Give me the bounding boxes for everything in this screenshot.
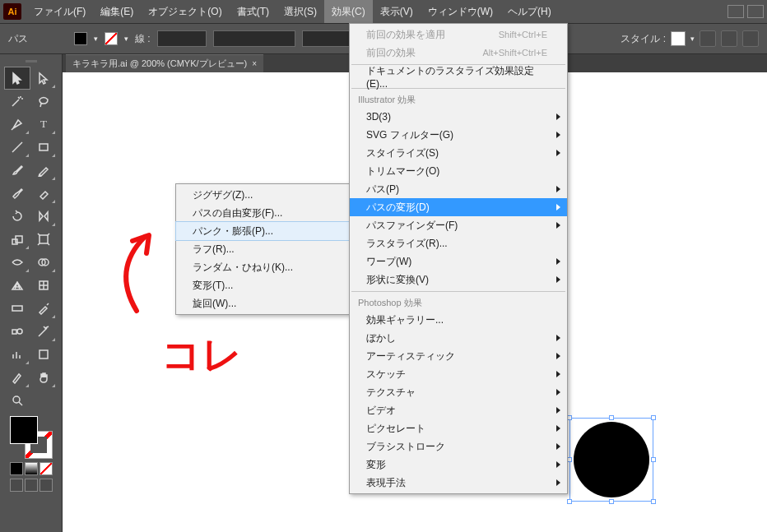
menu-window[interactable]: ウィンドウ(W) [421, 0, 500, 23]
submenu-zigzag[interactable]: ジグザグ(Z)... [176, 186, 349, 204]
menu-type[interactable]: 書式(T) [230, 0, 277, 23]
titlebar-button-b[interactable] [747, 5, 764, 18]
transform-button[interactable] [742, 30, 759, 47]
slice-tool[interactable] [5, 367, 30, 388]
menu-file[interactable]: ファイル(F) [26, 0, 93, 23]
dd-sketch[interactable]: スケッチ [350, 365, 567, 383]
column-graph-tool[interactable] [5, 344, 30, 365]
dd-svg-filter[interactable]: SVG フィルター(G) [350, 126, 567, 144]
symbol-sprayer-tool[interactable] [31, 321, 56, 342]
dd-rasterize[interactable]: ラスタライズ(R)... [350, 234, 567, 252]
titlebar-button-a[interactable] [727, 5, 744, 18]
dd-pathfinder[interactable]: パスファインダー(F) [350, 216, 567, 234]
fill-swatch[interactable] [74, 32, 87, 45]
dd-effect-gallery[interactable]: 効果ギャラリー... [350, 311, 567, 329]
dd-trim-marks[interactable]: トリムマーク(O) [350, 162, 567, 180]
submenu-tweak[interactable]: ランダム・ひねり(K)... [176, 258, 349, 276]
submenu-free-distort[interactable]: パスの自由変形(F)... [176, 204, 349, 222]
svg-point-11 [13, 396, 20, 403]
graphic-style-swatch[interactable] [671, 31, 686, 46]
panel-grip[interactable] [5, 58, 57, 64]
direct-selection-tool[interactable] [31, 67, 56, 89]
menu-help[interactable]: ヘルプ(H) [500, 0, 559, 23]
fill-dropdown-icon[interactable]: ▾ [94, 35, 98, 43]
perspective-grid-tool[interactable] [5, 275, 30, 296]
dd-pixelate[interactable]: ピクセレート [350, 419, 567, 437]
handle-bottom-middle[interactable] [609, 499, 614, 504]
stroke-weight-field[interactable] [157, 30, 207, 47]
menu-edit[interactable]: 編集(E) [93, 0, 141, 23]
menu-effect[interactable]: 効果(C) [324, 0, 373, 23]
dd-distort-ps[interactable]: 変形 [350, 456, 567, 474]
handle-bottom-left[interactable] [567, 499, 572, 504]
stroke-swatch[interactable] [105, 32, 118, 45]
handle-top-middle[interactable] [609, 415, 614, 420]
dd-warp[interactable]: ワープ(W) [350, 252, 567, 271]
eraser-tool[interactable] [31, 183, 56, 204]
artboard-tool[interactable] [31, 344, 56, 365]
dd-3d[interactable]: 3D(3) [350, 108, 567, 126]
dd-video[interactable]: ビデオ [350, 401, 567, 419]
color-mode-solid[interactable] [10, 462, 23, 475]
dd-raster-settings[interactable]: ドキュメントのラスタライズ効果設定(E)... [350, 67, 567, 86]
chevron-right-icon [556, 407, 560, 414]
stroke-dropdown-icon[interactable]: ▾ [124, 35, 128, 43]
menu-select[interactable]: 選択(S) [277, 0, 324, 23]
align-button[interactable] [721, 30, 737, 47]
dd-stylize-ps[interactable]: 表現手法 [350, 474, 567, 492]
handle-middle-right[interactable] [651, 457, 656, 462]
recolor-button[interactable] [700, 30, 716, 47]
hand-tool[interactable] [31, 367, 56, 388]
color-mode-none[interactable] [40, 462, 53, 475]
ellipse-object[interactable] [574, 422, 649, 497]
submenu-twist[interactable]: 旋回(W)... [176, 294, 349, 312]
line-tool[interactable] [5, 136, 30, 158]
color-mode-gradient[interactable] [25, 462, 38, 475]
gradient-tool[interactable] [5, 298, 30, 319]
menu-view[interactable]: 表示(V) [373, 0, 421, 23]
menu-object[interactable]: オブジェクト(O) [141, 0, 229, 23]
dd-distort-transform[interactable]: パスの変形(D) [350, 198, 567, 216]
handle-bottom-right[interactable] [651, 499, 656, 504]
shape-builder-tool[interactable] [31, 252, 56, 273]
submenu-transform[interactable]: 変形(T)... [176, 276, 349, 294]
draw-mode-behind[interactable] [25, 479, 38, 492]
draw-mode-inside[interactable] [40, 479, 53, 492]
width-tool[interactable] [5, 252, 30, 273]
type-tool[interactable]: T [31, 113, 56, 135]
fill-stroke-indicator[interactable] [10, 416, 53, 459]
dd-artistic[interactable]: アーティスティック [350, 347, 567, 365]
rectangle-tool[interactable] [31, 136, 56, 158]
dd-brush-strokes[interactable]: ブラシストローク [350, 437, 567, 456]
document-tab-close-icon[interactable]: × [252, 59, 257, 68]
dd-stylize[interactable]: スタイライズ(S) [350, 144, 567, 162]
document-tab[interactable]: キラキラ用.ai @ 200% (CMYK/プレビュー) × [66, 54, 263, 72]
free-transform-tool[interactable] [31, 229, 56, 250]
rotate-tool[interactable] [5, 206, 30, 227]
paintbrush-tool[interactable] [5, 160, 30, 181]
eyedropper-tool[interactable] [31, 298, 56, 319]
blob-brush-tool[interactable] [5, 183, 30, 204]
submenu-pucker-bloat[interactable]: パンク・膨張(P)... [176, 222, 349, 240]
mesh-tool[interactable] [31, 275, 56, 296]
stroke-profile-dropdown[interactable] [213, 30, 295, 47]
submenu-roughen[interactable]: ラフ(R)... [176, 240, 349, 258]
lasso-tool[interactable] [31, 90, 56, 112]
magic-wand-tool[interactable] [5, 90, 30, 112]
blend-tool[interactable] [5, 321, 30, 342]
fill-indicator[interactable] [10, 416, 38, 444]
dd-path[interactable]: パス(P) [350, 180, 567, 198]
scale-tool[interactable] [5, 229, 30, 250]
dd-texture[interactable]: テクスチャ [350, 383, 567, 401]
pencil-tool[interactable] [31, 160, 56, 181]
selection-tool[interactable] [5, 67, 30, 89]
style-dropdown-icon[interactable]: ▾ [690, 35, 695, 43]
dd-blur[interactable]: ぼかし [350, 329, 567, 347]
reflect-tool[interactable] [31, 206, 56, 227]
dd-convert-shape[interactable]: 形状に変換(V) [350, 271, 567, 289]
handle-top-right[interactable] [651, 415, 656, 420]
pen-tool[interactable] [5, 113, 30, 135]
selection-bounding-box[interactable] [569, 418, 653, 502]
zoom-tool[interactable] [5, 390, 30, 411]
draw-mode-normal[interactable] [10, 479, 23, 492]
